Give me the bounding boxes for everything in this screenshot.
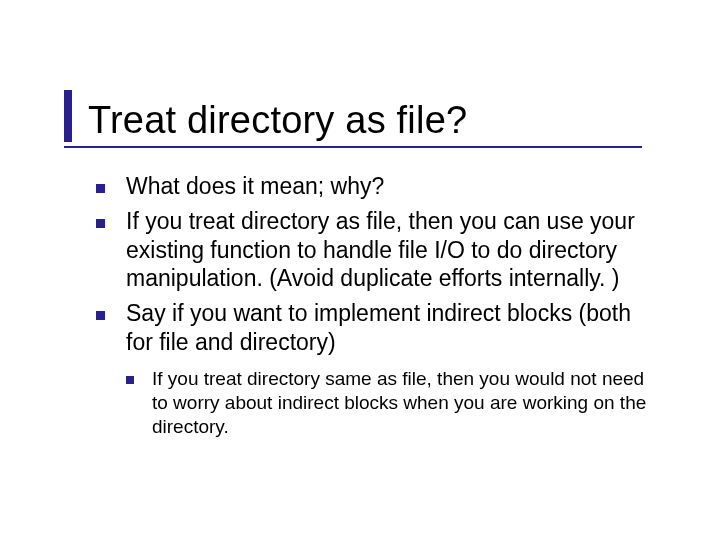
bullet-text: If you treat directory as file, then you… (126, 208, 635, 292)
bullet-text: Say if you want to implement indirect bl… (126, 300, 631, 355)
list-item: If you treat directory as file, then you… (96, 207, 650, 293)
list-item: If you treat directory same as file, the… (126, 367, 650, 440)
slide-title: Treat directory as file? (88, 99, 467, 142)
bullet-text: If you treat directory same as file, the… (152, 368, 646, 438)
accent-bar-icon (64, 90, 72, 142)
list-item: What does it mean; why? (96, 172, 650, 201)
slide: Treat directory as file? What does it me… (0, 0, 720, 540)
title-row: Treat directory as file? (64, 82, 680, 142)
slide-body: What does it mean; why? If you treat dir… (96, 172, 650, 445)
sub-bullet-list: If you treat directory same as file, the… (126, 367, 650, 440)
bullet-list: What does it mean; why? If you treat dir… (96, 172, 650, 439)
list-item: Say if you want to implement indirect bl… (96, 299, 650, 439)
title-underline-icon (64, 146, 642, 148)
bullet-text: What does it mean; why? (126, 173, 384, 199)
